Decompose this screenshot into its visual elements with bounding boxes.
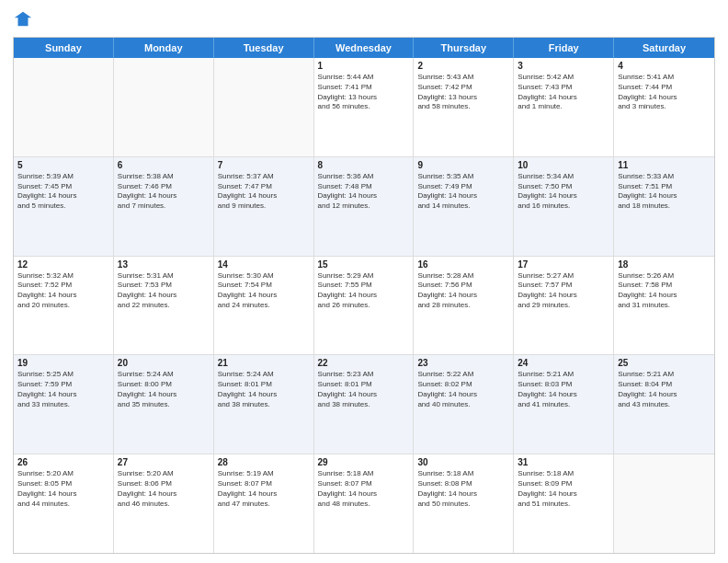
cell-info-line: and 38 minutes. xyxy=(218,400,310,410)
cell-info-line: and 29 minutes. xyxy=(518,301,609,311)
calendar-cell: 12Sunrise: 5:32 AMSunset: 7:52 PMDayligh… xyxy=(14,257,114,355)
cell-info-line: Daylight: 14 hours xyxy=(218,489,310,500)
calendar-cell: 26Sunrise: 5:20 AMSunset: 8:05 PMDayligh… xyxy=(14,454,114,553)
calendar-cell: 20Sunrise: 5:24 AMSunset: 8:00 PMDayligh… xyxy=(114,355,214,454)
cell-info-line: Sunrise: 5:37 AM xyxy=(218,172,310,182)
cell-info-line: Daylight: 14 hours xyxy=(118,390,210,400)
cell-info-line: and 18 minutes. xyxy=(618,201,711,212)
day-number: 18 xyxy=(618,259,711,270)
cell-info-line: and 35 minutes. xyxy=(118,400,210,410)
cell-info-line: and 58 minutes. xyxy=(417,102,509,112)
cell-info-line: and 46 minutes. xyxy=(118,500,210,510)
cell-info-line: Sunset: 8:08 PM xyxy=(417,479,509,489)
cell-info-line: Sunrise: 5:42 AM xyxy=(518,73,609,83)
cell-info-line: and 33 minutes. xyxy=(17,400,109,410)
cell-info-line: Sunrise: 5:28 AM xyxy=(417,271,509,282)
calendar-row: 5Sunrise: 5:39 AMSunset: 7:45 PMDaylight… xyxy=(14,157,714,257)
cell-info-line: Sunset: 8:04 PM xyxy=(618,380,711,390)
cell-info-line: Sunrise: 5:38 AM xyxy=(118,172,210,182)
day-number: 12 xyxy=(17,259,109,270)
cell-info-line: Daylight: 14 hours xyxy=(17,291,109,301)
cell-info-line: Sunset: 7:58 PM xyxy=(618,281,711,291)
day-number: 5 xyxy=(17,160,109,170)
cell-info-line: Daylight: 14 hours xyxy=(17,489,109,500)
cell-info-line: and 12 minutes. xyxy=(318,201,410,212)
cell-info-line: and 16 minutes. xyxy=(518,201,609,212)
calendar-cell: 21Sunrise: 5:24 AMSunset: 8:01 PMDayligh… xyxy=(214,355,314,454)
weekday-header-tuesday: Tuesday xyxy=(214,38,314,58)
cell-info-line: Daylight: 14 hours xyxy=(518,489,609,500)
calendar-cell: 10Sunrise: 5:34 AMSunset: 7:50 PMDayligh… xyxy=(514,157,614,256)
calendar-row: 12Sunrise: 5:32 AMSunset: 7:52 PMDayligh… xyxy=(14,257,714,356)
cell-info-line: Daylight: 14 hours xyxy=(318,390,410,400)
header xyxy=(13,9,715,29)
cell-info-line: Sunset: 7:45 PM xyxy=(17,182,109,192)
weekday-header-wednesday: Wednesday xyxy=(314,38,415,58)
cell-info-line: Sunrise: 5:29 AM xyxy=(318,271,410,282)
cell-info-line: Daylight: 14 hours xyxy=(318,489,410,500)
cell-info-line: Daylight: 14 hours xyxy=(518,390,609,400)
cell-info-line: Sunrise: 5:21 AM xyxy=(618,370,711,380)
cell-info-line: Sunset: 7:52 PM xyxy=(17,281,109,291)
weekday-header-thursday: Thursday xyxy=(414,38,514,58)
cell-info-line: Sunrise: 5:18 AM xyxy=(417,469,509,479)
cell-info-line: Daylight: 14 hours xyxy=(618,191,711,201)
day-number: 16 xyxy=(417,259,509,270)
cell-info-line: Daylight: 14 hours xyxy=(518,191,609,201)
weekday-header-monday: Monday xyxy=(114,38,214,58)
calendar-cell xyxy=(614,454,714,553)
day-number: 6 xyxy=(118,160,210,170)
cell-info-line: Sunset: 8:00 PM xyxy=(118,380,210,390)
calendar-cell: 31Sunrise: 5:18 AMSunset: 8:09 PMDayligh… xyxy=(514,454,614,553)
cell-info-line: Sunrise: 5:31 AM xyxy=(118,271,210,282)
cell-info-line: Sunrise: 5:39 AM xyxy=(17,172,109,182)
cell-info-line: Sunset: 7:56 PM xyxy=(417,281,509,291)
calendar-cell: 9Sunrise: 5:35 AMSunset: 7:49 PMDaylight… xyxy=(414,157,514,256)
cell-info-line: and 40 minutes. xyxy=(417,400,509,410)
cell-info-line: Sunrise: 5:24 AM xyxy=(118,370,210,380)
cell-info-line: and 51 minutes. xyxy=(518,500,609,510)
cell-info-line: and 56 minutes. xyxy=(318,102,410,112)
cell-info-line: Sunrise: 5:30 AM xyxy=(218,271,310,282)
cell-info-line: Sunset: 7:57 PM xyxy=(518,281,609,291)
cell-info-line: Sunrise: 5:33 AM xyxy=(618,172,711,182)
calendar-header: SundayMondayTuesdayWednesdayThursdayFrid… xyxy=(14,38,714,58)
cell-info-line: Daylight: 14 hours xyxy=(218,390,310,400)
cell-info-line: Sunset: 7:59 PM xyxy=(17,380,109,390)
cell-info-line: Sunrise: 5:43 AM xyxy=(417,73,509,83)
cell-info-line: and 20 minutes. xyxy=(17,301,109,311)
calendar-cell: 5Sunrise: 5:39 AMSunset: 7:45 PMDaylight… xyxy=(14,157,114,256)
weekday-header-saturday: Saturday xyxy=(614,38,714,58)
calendar-cell: 24Sunrise: 5:21 AMSunset: 8:03 PMDayligh… xyxy=(514,355,614,454)
cell-info-line: Sunset: 7:42 PM xyxy=(417,83,509,93)
cell-info-line: and 9 minutes. xyxy=(218,201,310,212)
calendar-cell: 13Sunrise: 5:31 AMSunset: 7:53 PMDayligh… xyxy=(114,257,214,355)
weekday-header-sunday: Sunday xyxy=(14,38,114,58)
calendar-cell: 8Sunrise: 5:36 AMSunset: 7:48 PMDaylight… xyxy=(314,157,415,256)
cell-info-line: Daylight: 14 hours xyxy=(417,191,509,201)
day-number: 19 xyxy=(17,358,109,368)
cell-info-line: Sunrise: 5:18 AM xyxy=(518,469,609,479)
cell-info-line: Sunset: 8:02 PM xyxy=(417,380,509,390)
calendar-cell: 11Sunrise: 5:33 AMSunset: 7:51 PMDayligh… xyxy=(614,157,714,256)
cell-info-line: Sunset: 7:51 PM xyxy=(618,182,711,192)
cell-info-line: Sunset: 7:49 PM xyxy=(417,182,509,192)
cell-info-line: Sunset: 7:47 PM xyxy=(218,182,310,192)
cell-info-line: Sunset: 8:06 PM xyxy=(118,479,210,489)
day-number: 15 xyxy=(318,259,410,270)
cell-info-line: Daylight: 14 hours xyxy=(118,291,210,301)
cell-info-line: Sunrise: 5:35 AM xyxy=(417,172,509,182)
cell-info-line: Sunrise: 5:41 AM xyxy=(618,73,711,83)
cell-info-line: Daylight: 14 hours xyxy=(518,93,609,103)
cell-info-line: Daylight: 14 hours xyxy=(17,191,109,201)
calendar-cell: 25Sunrise: 5:21 AMSunset: 8:04 PMDayligh… xyxy=(614,355,714,454)
calendar-cell: 22Sunrise: 5:23 AMSunset: 8:01 PMDayligh… xyxy=(314,355,415,454)
cell-info-line: and 5 minutes. xyxy=(17,201,109,212)
cell-info-line: and 22 minutes. xyxy=(118,301,210,311)
day-number: 17 xyxy=(518,259,609,270)
cell-info-line: and 7 minutes. xyxy=(118,201,210,212)
day-number: 30 xyxy=(417,457,509,467)
cell-info-line: Sunrise: 5:20 AM xyxy=(118,469,210,479)
page: SundayMondayTuesdayWednesdayThursdayFrid… xyxy=(0,0,728,563)
cell-info-line: and 47 minutes. xyxy=(218,500,310,510)
